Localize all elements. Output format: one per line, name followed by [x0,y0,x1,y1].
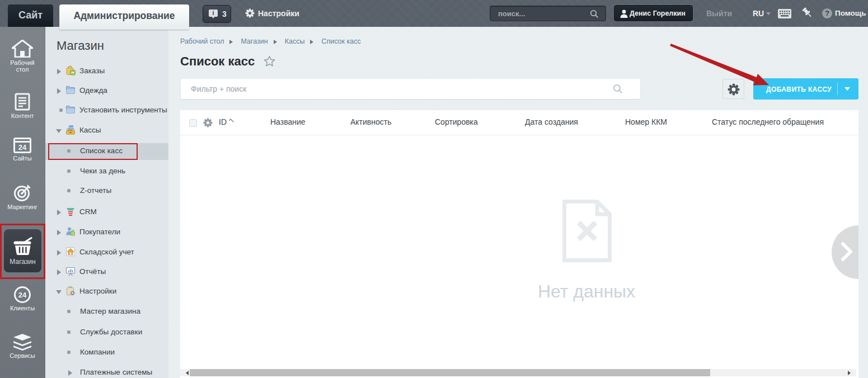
svg-text:24: 24 [18,143,27,152]
svg-text:24: 24 [18,291,27,299]
